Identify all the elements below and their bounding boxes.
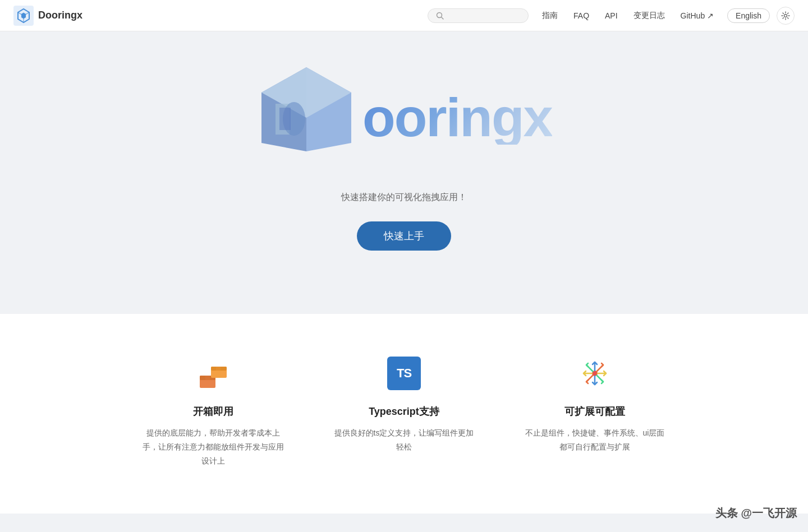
feature-ts-icon: TS bbox=[384, 353, 424, 394]
hero-logo-text: ooringx bbox=[362, 91, 552, 145]
brand-name: Dooringx bbox=[38, 10, 82, 21]
feature-extensible: 可扩展可配置 不止是组件，快捷键、事件系统、ui层面都可自行配置与扩展 bbox=[522, 353, 668, 469]
extend-arrows-icon bbox=[577, 355, 613, 391]
brand-logo-icon bbox=[13, 6, 34, 26]
nav-guide[interactable]: 指南 bbox=[542, 11, 558, 21]
box-packages-icon bbox=[195, 355, 231, 391]
nav-links: 指南 FAQ API 变更日志 GitHub ↗ bbox=[542, 11, 714, 21]
hero-cta-button[interactable]: 快速上手 bbox=[357, 221, 451, 251]
typescript-badge: TS bbox=[387, 357, 421, 390]
navbar: Dooringx 指南 FAQ API 变更日志 GitHub ↗ Englis… bbox=[0, 0, 808, 31]
feature-extend-icon bbox=[575, 353, 615, 394]
feature-box-icon bbox=[193, 353, 233, 394]
nav-faq[interactable]: FAQ bbox=[573, 11, 589, 20]
hero-logo: ooringx bbox=[256, 62, 552, 174]
svg-line-2 bbox=[442, 17, 444, 19]
feature-typescript: TS Typescript支持 提供良好的ts定义支持，让编写组件更加轻松 bbox=[331, 353, 477, 469]
search-box[interactable] bbox=[428, 8, 529, 23]
language-button[interactable]: English bbox=[727, 8, 770, 23]
search-input[interactable] bbox=[447, 11, 526, 20]
settings-icon bbox=[781, 11, 790, 20]
feature-extensible-desc: 不止是组件，快捷键、事件系统、ui层面都可自行配置与扩展 bbox=[522, 426, 668, 454]
settings-button[interactable] bbox=[777, 7, 795, 25]
feature-extensible-title: 可扩展可配置 bbox=[564, 405, 625, 418]
brand-link[interactable]: Dooringx bbox=[13, 6, 82, 26]
hero-section: ooringx 快速搭建你的可视化拖拽应用！ 快速上手 bbox=[0, 0, 808, 314]
svg-point-3 bbox=[784, 14, 787, 17]
nav-github[interactable]: GitHub ↗ bbox=[681, 11, 714, 20]
svg-rect-13 bbox=[205, 376, 210, 380]
hero-cube-icon bbox=[256, 62, 357, 174]
feature-typescript-title: Typescript支持 bbox=[369, 405, 439, 418]
features-section: 开箱即用 提供的底层能力，帮助开发者零成本上手，让所有注意力都能放组件开发与应用… bbox=[0, 314, 808, 514]
feature-typescript-desc: 提供良好的ts定义支持，让编写组件更加轻松 bbox=[331, 426, 477, 454]
hero-subtitle: 快速搭建你的可视化拖拽应用！ bbox=[341, 192, 467, 203]
svg-rect-17 bbox=[216, 367, 221, 371]
nav-changelog[interactable]: 变更日志 bbox=[633, 11, 665, 21]
feature-out-of-box-title: 开箱即用 bbox=[193, 405, 233, 418]
nav-api[interactable]: API bbox=[605, 11, 618, 20]
features-grid: 开箱即用 提供的底层能力，帮助开发者零成本上手，让所有注意力都能放组件开发与应用… bbox=[95, 353, 713, 469]
feature-out-of-box: 开箱即用 提供的底层能力，帮助开发者零成本上手，让所有注意力都能放组件开发与应用… bbox=[140, 353, 286, 469]
feature-out-of-box-desc: 提供的底层能力，帮助开发者零成本上手，让所有注意力都能放组件开发与应用设计上 bbox=[140, 426, 286, 469]
search-icon bbox=[436, 12, 444, 20]
svg-marker-9 bbox=[279, 108, 291, 130]
